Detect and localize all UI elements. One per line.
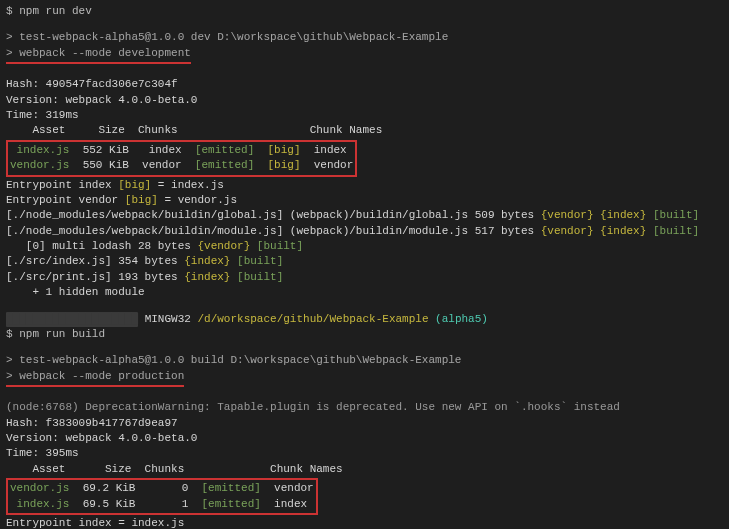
- asset-chunk: vendor: [142, 159, 182, 171]
- asset-row: vendor.js 69.2 KiB 0 [emitted] vendor: [10, 481, 314, 496]
- version-line: Version: webpack 4.0.0-beta.0: [6, 431, 723, 446]
- entrypoint-line: Entrypoint index = index.js: [6, 516, 723, 529]
- module-line: [./node_modules/webpack/buildin/global.j…: [6, 208, 723, 223]
- asset-size: 552 KiB: [83, 144, 129, 156]
- webpack-prod-command-highlight: > webpack --mode production: [6, 369, 184, 387]
- command-line[interactable]: $ npm run build: [6, 327, 723, 342]
- big-tag: [big]: [268, 144, 301, 156]
- hash-line: Hash: 490547facd306e7c304f: [6, 77, 723, 92]
- module-line: [0] multi lodash 28 bytes {vendor} [buil…: [6, 239, 723, 254]
- chunk-name: vendor: [274, 482, 314, 494]
- asset-size: 69.5 KiB: [83, 498, 136, 510]
- blank-line: [6, 301, 723, 312]
- command-line[interactable]: $ npm run dev: [6, 4, 723, 19]
- emitted-tag: [emitted]: [201, 482, 260, 494]
- emitted-tag: [emitted]: [195, 159, 254, 171]
- chunk-name: index: [274, 498, 307, 510]
- module-line: [./src/print.js] 193 bytes {index} [buil…: [6, 270, 723, 285]
- asset-header: Asset Size Chunks Chunk Names: [6, 123, 723, 138]
- entrypoint-line: Entrypoint vendor [big] = vendor.js: [6, 193, 723, 208]
- asset-row: vendor.js 550 KiB vendor [emitted] [big]…: [10, 158, 353, 173]
- emitted-tag: [emitted]: [201, 498, 260, 510]
- blank-line: [6, 342, 723, 353]
- blurred-user: ████████████████████: [6, 312, 138, 327]
- deprecation-warning: (node:6768) DeprecationWarning: Tapable.…: [6, 400, 723, 415]
- big-tag: [big]: [267, 159, 300, 171]
- asset-name: index.js: [10, 498, 69, 510]
- webpack-run-line: > webpack --mode production: [6, 369, 184, 384]
- git-branch: (alpha5): [435, 313, 488, 325]
- asset-name: vendor.js: [10, 159, 69, 171]
- webpack-run-line: > webpack --mode development: [6, 46, 191, 61]
- module-line: [./src/index.js] 354 bytes {index} [buil…: [6, 254, 723, 269]
- asset-header: Asset Size Chunks Chunk Names: [6, 462, 723, 477]
- hash-line: Hash: f383009b417767d9ea97: [6, 416, 723, 431]
- dev-assets-highlight-box: index.js 552 KiB index [emitted] [big] i…: [6, 140, 357, 177]
- asset-chunk: index: [149, 144, 182, 156]
- chunk-name: index: [314, 144, 347, 156]
- version-line: Version: webpack 4.0.0-beta.0: [6, 93, 723, 108]
- module-line: [./node_modules/webpack/buildin/module.j…: [6, 224, 723, 239]
- asset-name: index.js: [10, 144, 69, 156]
- asset-size: 69.2 KiB: [83, 482, 136, 494]
- asset-row: index.js 69.5 KiB 1 [emitted] index: [10, 497, 314, 512]
- asset-row: index.js 552 KiB index [emitted] [big] i…: [10, 143, 353, 158]
- time-line: Time: 395ms: [6, 446, 723, 461]
- cwd-path: /d/workspace/github/Webpack-Example: [197, 313, 435, 325]
- blank-line: [6, 389, 723, 400]
- webpack-dev-command-highlight: > webpack --mode development: [6, 46, 191, 64]
- build-assets-highlight-box: vendor.js 69.2 KiB 0 [emitted] vendor in…: [6, 478, 318, 515]
- entrypoint-line: Entrypoint index [big] = index.js: [6, 178, 723, 193]
- blank-line: [6, 66, 723, 77]
- chunk-name: vendor: [314, 159, 354, 171]
- hidden-modules-line: + 1 hidden module: [6, 285, 723, 300]
- npm-script-line: > test-webpack-alpha5@1.0.0 dev D:\works…: [6, 30, 723, 45]
- time-line: Time: 319ms: [6, 108, 723, 123]
- shell-prompt-line: ████████████████████ MINGW32 /d/workspac…: [6, 312, 723, 327]
- asset-size: 550 KiB: [83, 159, 129, 171]
- blank-line: [6, 19, 723, 30]
- emitted-tag: [emitted]: [195, 144, 254, 156]
- asset-name: vendor.js: [10, 482, 69, 494]
- mingw-label: MINGW32: [138, 313, 197, 325]
- npm-script-line: > test-webpack-alpha5@1.0.0 build D:\wor…: [6, 353, 723, 368]
